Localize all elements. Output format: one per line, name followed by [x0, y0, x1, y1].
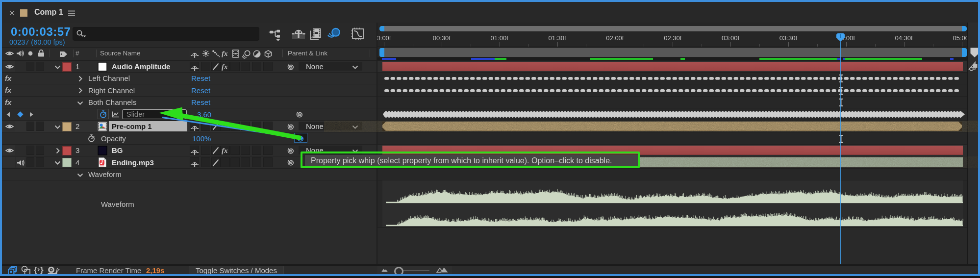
zoom-slider-knob[interactable] — [394, 267, 403, 276]
transfer-controls-pane-icon[interactable] — [21, 266, 30, 275]
comp-marker-button-icon[interactable] — [970, 48, 979, 58]
playhead-head[interactable] — [836, 33, 845, 42]
render-time-pane-icon[interactable] — [47, 265, 60, 275]
comp-marker-bin-icon[interactable] — [968, 61, 978, 71]
svg-text:{: { — [34, 265, 37, 275]
toggle-switches-modes-label: Toggle Switches / Modes — [196, 266, 277, 275]
zoom-out-icon[interactable] — [381, 269, 388, 272]
zoom-in-icon[interactable] — [437, 267, 448, 273]
timeline-panel: Comp 10:00:03:5700237 (60.00 fps)#Source… — [0, 0, 980, 276]
svg-text:}: } — [40, 265, 44, 275]
annotation-box — [301, 152, 640, 168]
frame-render-time-value: 2,19s — [146, 266, 165, 275]
frame-render-time-label: Frame Render Time — [76, 266, 141, 275]
playhead-line — [840, 42, 841, 264]
audio-waveform — [382, 1, 963, 276]
toggle-switches-modes-button[interactable]: Toggle Switches / Modes — [189, 266, 284, 276]
zoom-slider-track[interactable] — [403, 270, 429, 271]
inout-stretch-pane-icon[interactable]: {} — [34, 265, 45, 275]
layer-switches-pane-icon[interactable] — [8, 266, 18, 275]
